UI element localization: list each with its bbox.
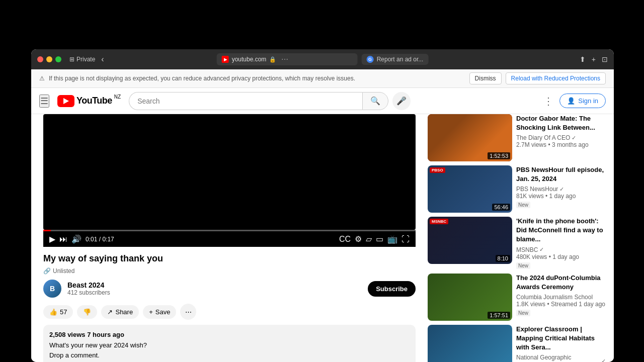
rec-title: Explorer Classroom | Mapping Critical Ha…	[516, 325, 606, 352]
close-button[interactable]	[37, 56, 43, 62]
save-icon: +	[149, 308, 153, 316]
channel-avatar[interactable]: B	[43, 280, 61, 298]
dislike-button[interactable]: 👎	[77, 305, 97, 319]
rec-title: Doctor Gabor Mate: The Shocking Link Bet…	[516, 114, 606, 132]
next-button[interactable]: ⏭	[59, 235, 67, 244]
url-text: youtube.com	[232, 56, 267, 63]
dismiss-button[interactable]: Dismiss	[469, 72, 502, 84]
report-tab[interactable]: G Report an ad or...	[362, 54, 429, 65]
thumb-label: PBSO	[430, 167, 445, 173]
rec-thumbnail: PBSO 56:46	[428, 165, 512, 213]
play-button[interactable]: ▶	[49, 234, 55, 244]
current-time: 0:01	[86, 236, 97, 243]
subtitles-button[interactable]: CC	[339, 234, 351, 244]
browser-window: ⊞ Private ‹ ▶ youtube.com 🔒 ⋯ G Report a…	[31, 49, 614, 362]
channel-subscribers: 412 subscribers	[67, 289, 362, 296]
youtube-logo-badge: NZ	[114, 94, 121, 100]
google-favicon: G	[367, 56, 374, 63]
verified-icon: ✓	[572, 135, 576, 141]
main-content: ▶ ⏭ 🔊 0:01 / 0:17 CC ⚙ ▱ ▭ 📺 ⛶ My	[31, 114, 614, 362]
save-label: Save	[155, 308, 171, 316]
total-duration: 0:17	[102, 236, 114, 243]
right-panel: 1:52:53 Doctor Gabor Mate: The Shocking …	[428, 114, 614, 362]
sidebar-toggle-icon[interactable]: ⊡	[602, 55, 608, 63]
rec-meta: 81K views • 1 day ago	[516, 193, 606, 200]
private-label: Private	[76, 56, 95, 63]
new-badge: New	[516, 262, 530, 269]
thumb-down-icon: 👎	[83, 308, 91, 316]
rec-age: 1 day ago	[549, 193, 576, 200]
cast-button[interactable]: 📺	[387, 234, 397, 244]
description-text: What's your new year 2024 wish? Drop a c…	[49, 340, 410, 362]
rec-meta: 2.7M views • 3 months ago	[516, 141, 606, 148]
youtube-logo[interactable]: YouTube NZ	[57, 95, 121, 107]
favicon: ▶	[222, 56, 229, 63]
reload-reduced-button[interactable]: Reload with Reduced Protections	[506, 72, 606, 84]
rec-duration: 1:57:51	[488, 312, 510, 319]
header-right: ⋮ 👤 Sign in	[541, 93, 606, 109]
rec-channel: MSNBC ✓	[516, 246, 606, 253]
rec-info: 'Knife in the phone booth': Did McConnel…	[516, 217, 606, 269]
fullscreen-button[interactable]: ⛶	[401, 234, 410, 244]
rec-title: PBS NewsHour full episode, Jan. 25, 2024	[516, 165, 606, 184]
channel-name[interactable]: Beast 2024	[67, 281, 362, 289]
traffic-lights	[37, 56, 61, 62]
rec-item[interactable]: 1:57:51 The 2024 duPont-Columbia Awards …	[428, 274, 606, 321]
channel-name: Columbia Journalism School	[516, 294, 593, 301]
like-count: 57	[60, 308, 67, 316]
search-button[interactable]: 🔍	[362, 92, 388, 110]
channel-name: PBS NewsHour	[516, 186, 558, 193]
rec-info: PBS NewsHour full episode, Jan. 25, 2024…	[516, 165, 606, 213]
rec-title: The 2024 duPont-Columbia Awards Ceremony	[516, 274, 606, 292]
rec-channel: Columbia Journalism School	[516, 294, 606, 301]
volume-button[interactable]: 🔊	[71, 234, 82, 244]
rec-item[interactable]: PBSO 56:46 PBS NewsHour full episode, Ja…	[428, 165, 606, 213]
youtube-logo-text: YouTube	[76, 96, 112, 106]
posted-time-text: 7 hours ago	[87, 331, 124, 338]
like-button[interactable]: 👍 57	[43, 305, 73, 319]
more-options-button[interactable]: ⋮	[541, 93, 555, 109]
video-controls: ▶ ⏭ 🔊 0:01 / 0:17 CC ⚙ ▱ ▭ 📺 ⛶	[43, 231, 416, 247]
back-button[interactable]: ‹	[99, 53, 106, 66]
rec-age: 1 day ago	[552, 253, 579, 260]
video-player[interactable]	[43, 114, 416, 230]
settings-button[interactable]: ⚙	[355, 234, 362, 244]
theater-button[interactable]: ▭	[376, 234, 383, 244]
rec-info: Doctor Gabor Mate: The Shocking Link Bet…	[516, 114, 606, 161]
menu-button[interactable]: ☰	[39, 95, 49, 108]
subscribe-button[interactable]: Subscribe	[368, 281, 416, 297]
search-input[interactable]	[129, 92, 362, 110]
rec-item[interactable]: 36:10 Explorer Classroom | Mapping Criti…	[428, 325, 606, 362]
new-tab-icon[interactable]: +	[592, 55, 596, 63]
rec-duration: 1:52:53	[488, 152, 510, 159]
save-button[interactable]: + Save	[143, 305, 176, 319]
views-text: 2,508 views	[49, 331, 86, 338]
warning-icon: ⚠	[39, 75, 45, 82]
mic-button[interactable]: 🎤	[392, 92, 411, 110]
signin-button[interactable]: 👤 Sign in	[559, 94, 606, 108]
share-button[interactable]: ↗ Share	[101, 305, 139, 319]
minimize-button[interactable]	[46, 56, 52, 62]
titlebar-right: ⬆ + ⊡	[580, 55, 608, 63]
maximize-button[interactable]	[55, 56, 61, 62]
share-icon[interactable]: ⬆	[580, 55, 586, 63]
progress-bar[interactable]	[43, 230, 416, 231]
unlisted-label: Unlisted	[53, 267, 74, 275]
rec-sep: •	[547, 301, 551, 308]
description-box[interactable]: 2,508 views 7 hours ago What's your new …	[43, 325, 416, 362]
miniplayer-button[interactable]: ▱	[366, 234, 372, 244]
url-bar[interactable]: ▶ youtube.com 🔒 ⋯	[217, 53, 358, 65]
rec-age: 3 months ago	[552, 141, 589, 148]
time-display: 0:01 / 0:17	[86, 236, 114, 243]
rec-item[interactable]: 1:52:53 Doctor Gabor Mate: The Shocking …	[428, 114, 606, 161]
url-options-icon[interactable]: ⋯	[281, 55, 288, 63]
lock-icon: 🔒	[269, 56, 276, 63]
rec-thumbnail: 1:52:53	[428, 114, 512, 161]
verified-icon: ✓	[601, 358, 606, 362]
titlebar-left: ⊞ Private ‹	[69, 53, 106, 66]
sidebar-icon: ⊞	[69, 56, 74, 63]
rec-info: The 2024 duPont-Columbia Awards Ceremony…	[516, 274, 606, 321]
more-actions-button[interactable]: ⋯	[180, 304, 196, 320]
rec-title: 'Knife in the phone booth': Did McConnel…	[516, 217, 606, 244]
rec-item[interactable]: MSNBC 8:10 'Knife in the phone booth': D…	[428, 217, 606, 269]
